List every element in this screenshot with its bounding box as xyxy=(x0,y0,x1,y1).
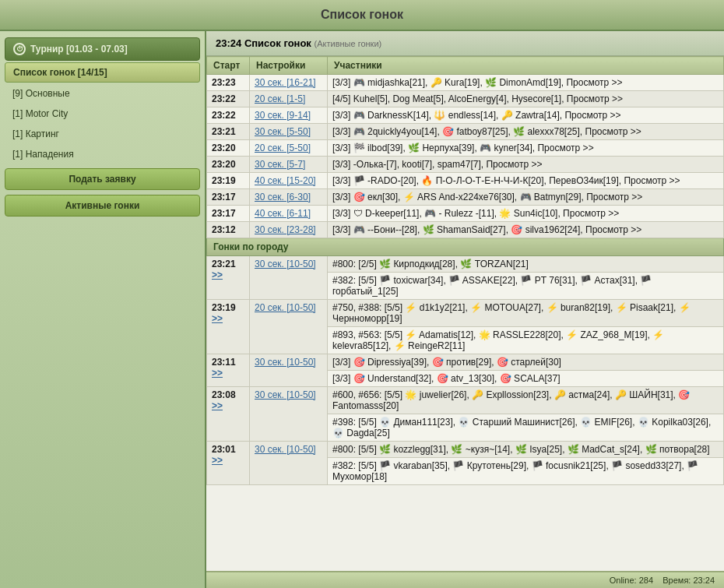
submit-application-button[interactable]: Подать заявку xyxy=(5,168,200,190)
status-bar: Online: 284 Время: 23:24 xyxy=(206,571,724,588)
city-race-settings[interactable]: 30 сек. [10-50] xyxy=(250,256,328,300)
races-table[interactable]: Старт Настройки Участники 23:23 30 сек. … xyxy=(206,56,724,571)
race-participants: [3/3] -Олька-[7], kooti[7], spam47[7], П… xyxy=(328,157,724,173)
race-settings[interactable]: 30 сек. [5-50] xyxy=(250,124,328,140)
table-row: 23:20 20 сек. [5-50] [3/3] 🏁 ilbod[39], … xyxy=(207,140,724,157)
race-time: 23:19 xyxy=(207,173,250,189)
table-row: 23:17 40 сек. [6-11] [3/3] 🛡 D-keeper[11… xyxy=(207,206,724,222)
sidebar-tournament[interactable]: ⏱ Турнир [01.03 - 07.03] xyxy=(5,37,200,61)
race-settings[interactable]: 30 сек. [6-30] xyxy=(250,189,328,206)
sidebar: ⏱ Турнир [01.03 - 07.03] Список гонок [1… xyxy=(0,31,206,588)
city-race-row: 23:21>> 30 сек. [10-50] #800: [2/5] 🌿 Ки… xyxy=(207,256,724,273)
city-race-settings[interactable]: 30 сек. [10-50] xyxy=(250,442,328,485)
race-participants: [3/3] 🎮 --Бони--[28], 🌿 ShamanSaid[27], … xyxy=(328,222,724,238)
race-time: 23:23 xyxy=(207,75,250,91)
race-participants: [3/3] 🎮 midjashka[21], 🔑 Kura[19], 🌿 Dim… xyxy=(328,75,724,91)
content-area: 23:24 Список гонок (Активные гонки) Стар… xyxy=(206,31,724,588)
city-race-time: 23:19>> xyxy=(207,300,250,354)
table-row: 23:21 30 сек. [5-50] [3/3] 🎮 2quickly4yo… xyxy=(207,124,724,140)
city-race-participants: #750, #388: [5/5] ⚡ d1k1y2[21], ⚡ MOTOUA… xyxy=(328,300,724,327)
table-row: 23:19 40 сек. [15-20] [3/3] 🏴 -RADO-[20]… xyxy=(207,173,724,189)
sidebar-racelist-label: Список гонок [14/15] xyxy=(13,67,107,78)
race-participants: [3/3] 🎮 2quickly4you[14], 🎯 fatboy87[25]… xyxy=(328,124,724,140)
content-header: 23:24 Список гонок (Активные гонки) xyxy=(206,31,724,56)
city-race-participants: #382: [5/5] 🏴 vkaraban[35], 🏴 Крутотень[… xyxy=(328,458,724,485)
race-time: 23:12 xyxy=(207,222,250,238)
header-time: 23:24 xyxy=(216,37,241,49)
title-text: Список гонок xyxy=(321,8,403,21)
table-row: 23:17 30 сек. [6-30] [3/3] 🎯 екл[30], ⚡ … xyxy=(207,189,724,206)
sidebar-item-attack[interactable]: [1] Нападения xyxy=(5,145,200,164)
tournament-label: Турнир [01.03 - 07.03] xyxy=(30,44,128,55)
race-time: 23:20 xyxy=(207,140,250,157)
sidebar-karting-label: [1] Картинг xyxy=(12,129,59,139)
sidebar-item-motorcity[interactable]: [1] Motor City xyxy=(5,104,200,123)
city-race-row: 23:11>> 30 сек. [10-50] [3/3] 🎯 Dipressi… xyxy=(207,354,724,371)
race-participants: [4/5] Kuhel[5], Dog Meat[5], AlcoEnergy[… xyxy=(328,91,724,107)
header-title: Список гонок xyxy=(244,37,311,49)
city-race-time: 23:11>> xyxy=(207,354,250,387)
city-race-row: 23:08>> 30 сек. [10-50] #600, #656: [5/5… xyxy=(207,387,724,414)
race-participants: [3/3] 🛡 D-keeper[11], 🎮 - Rulezz -[11], … xyxy=(328,206,724,222)
sidebar-item-racelist[interactable]: Список гонок [14/15] xyxy=(5,62,200,83)
city-race-participants: [3/3] 🎯 Dipressiya[39], 🎯 против[29], 🎯 … xyxy=(328,354,724,371)
race-settings[interactable]: 30 сек. [16-21] xyxy=(250,75,328,91)
race-participants: [3/3] 🎯 екл[30], ⚡ ARS And-x224xe76[30],… xyxy=(328,189,724,206)
table-row: 23:12 30 сек. [23-28] [3/3] 🎮 --Бони--[2… xyxy=(207,222,724,238)
city-race-participants: #800: [2/5] 🌿 Кирподкид[28], 🌿 TORZAN[21… xyxy=(328,256,724,273)
table-row: 23:20 30 сек. [5-7] [3/3] -Олька-[7], ko… xyxy=(207,157,724,173)
sidebar-item-karting[interactable]: [1] Картинг xyxy=(5,125,200,143)
city-races-header: Гонки по городу xyxy=(207,238,724,256)
race-settings[interactable]: 20 сек. [1-5] xyxy=(250,91,328,107)
title-bar: Список гонок xyxy=(0,0,724,31)
city-race-time: 23:21>> xyxy=(207,256,250,300)
city-race-settings[interactable]: 30 сек. [10-50] xyxy=(250,354,328,387)
submit-label: Подать заявку xyxy=(69,174,135,185)
city-race-settings[interactable]: 20 сек. [10-50] xyxy=(250,300,328,354)
race-settings[interactable]: 30 сек. [23-28] xyxy=(250,222,328,238)
city-race-time: 23:08>> xyxy=(207,387,250,442)
race-participants: [3/3] 🎮 DarknessK[14], 🔱 endless[14], 🔑 … xyxy=(328,107,724,124)
table-row: 23:22 30 сек. [9-14] [3/3] 🎮 DarknessK[1… xyxy=(207,107,724,124)
race-time: 23:22 xyxy=(207,107,250,124)
online-count: Online: 284 xyxy=(610,576,653,585)
race-settings[interactable]: 30 сек. [5-7] xyxy=(250,157,328,173)
city-race-participants: #398: [5/5] 💀 Диман111[23], 💀 Старший Ма… xyxy=(328,414,724,442)
race-time: 23:22 xyxy=(207,91,250,107)
city-race-row: 23:01>> 30 сек. [10-50] #800: [5/5] 🌿 ko… xyxy=(207,442,724,458)
status-divider xyxy=(655,576,660,585)
header-subtitle: (Активные гонки) xyxy=(315,39,382,48)
race-settings[interactable]: 30 сек. [9-14] xyxy=(250,107,328,124)
race-time: 23:17 xyxy=(207,206,250,222)
city-race-settings[interactable]: 30 сек. [10-50] xyxy=(250,387,328,442)
col-settings: Настройки xyxy=(250,57,328,75)
race-time: 23:21 xyxy=(207,124,250,140)
current-time: Время: 23:24 xyxy=(662,576,715,585)
active-races-button[interactable]: Активные гонки xyxy=(5,195,200,217)
sidebar-item-main[interactable]: [9] Основные xyxy=(5,84,200,103)
races-data-table: Старт Настройки Участники 23:23 30 сек. … xyxy=(206,56,724,485)
city-race-participants: #893, #563: [5/5] ⚡ Adamatis[12], 🌟 RASS… xyxy=(328,327,724,354)
city-race-participants: [3/3] 🎯 Understand[32], 🎯 atv_13[30], 🎯 … xyxy=(328,371,724,387)
city-race-row: 23:19>> 20 сек. [10-50] #750, #388: [5/5… xyxy=(207,300,724,327)
race-settings[interactable]: 20 сек. [5-50] xyxy=(250,140,328,157)
city-race-participants: #800: [5/5] 🌿 kozzlegg[31], 🌿 ~кузя~[14]… xyxy=(328,442,724,458)
active-races-label: Активные гонки xyxy=(65,200,140,211)
table-row: 23:22 20 сек. [1-5] [4/5] Kuhel[5], Dog … xyxy=(207,91,724,107)
table-header-row: Старт Настройки Участники xyxy=(207,57,724,75)
city-race-time: 23:01>> xyxy=(207,442,250,485)
race-time: 23:17 xyxy=(207,189,250,206)
race-participants: [3/3] 🏁 ilbod[39], 🌿 Нерпуха[39], 🎮 kyne… xyxy=(328,140,724,157)
race-participants: [3/3] 🏴 -RADO-[20], 🔥 П-О-Л-О-Т-Е-Н-Ч-И-… xyxy=(328,173,724,189)
clock-icon: ⏱ xyxy=(13,43,26,55)
race-time: 23:20 xyxy=(207,157,250,173)
main-container: ⏱ Турнир [01.03 - 07.03] Список гонок [1… xyxy=(0,31,724,588)
sidebar-attack-label: [1] Нападения xyxy=(12,149,74,160)
col-start: Старт xyxy=(207,57,250,75)
table-row: 23:23 30 сек. [16-21] [3/3] 🎮 midjashka[… xyxy=(207,75,724,91)
sidebar-main-label: [9] Основные xyxy=(12,88,70,99)
race-settings[interactable]: 40 сек. [15-20] xyxy=(250,173,328,189)
city-race-participants: #600, #656: [5/5] 🌟 juwelier[26], 🔑 Expl… xyxy=(328,387,724,414)
city-race-participants: #382: [5/5] 🏴 toxicwar[34], 🏴 ASSAKE[22]… xyxy=(328,273,724,300)
race-settings[interactable]: 40 сек. [6-11] xyxy=(250,206,328,222)
